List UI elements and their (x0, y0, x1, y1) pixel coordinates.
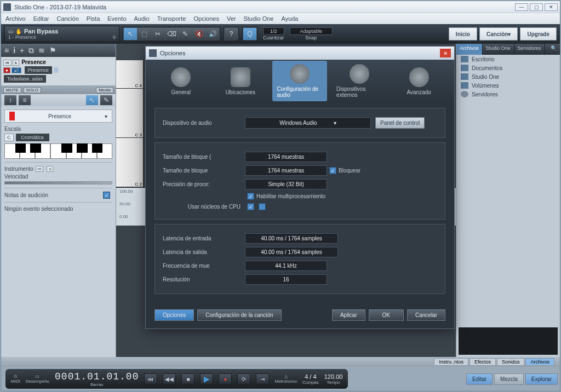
time-display[interactable]: 0001.01.01.00 (55, 371, 139, 382)
audition-checkbox[interactable]: ✓ (103, 192, 110, 199)
tab-studio-one[interactable]: Studio One (483, 44, 514, 55)
explorar-tab[interactable]: Explorar (525, 373, 558, 385)
close-button[interactable]: ✕ (545, 3, 558, 11)
opciones-button[interactable]: Opciones (154, 309, 194, 321)
menu-editar[interactable]: Editar (33, 15, 49, 22)
auto-icon[interactable]: ≋ (38, 46, 45, 55)
cancion-button[interactable]: Canción ▾ (479, 27, 518, 41)
bb-instrumentos[interactable]: Instru..ntos (434, 358, 468, 366)
stop-button[interactable]: ■ (181, 373, 194, 384)
editar-tab[interactable]: Editar (466, 373, 493, 385)
audio-device-dropdown[interactable]: Windows Audio▾ (245, 117, 371, 129)
menu-transporte[interactable]: Transporte (157, 15, 186, 22)
listen-tool[interactable]: 🔊 (206, 28, 219, 40)
mute-btn[interactable]: m (3, 60, 12, 66)
monitor-btn[interactable]: 🔊 (12, 67, 21, 73)
ed-paint[interactable]: ✎ (100, 95, 112, 105)
flag-icon[interactable]: ⚑ (49, 46, 56, 55)
range-tool[interactable]: ⬚ (138, 28, 151, 40)
core1-checkbox[interactable]: ✓ (247, 203, 254, 210)
global-mute[interactable]: MUTE (3, 87, 21, 93)
forward-button[interactable]: ⇥ (256, 373, 269, 384)
i-icon[interactable]: i (13, 46, 15, 55)
browser-escritorio[interactable]: Escritorio (456, 55, 560, 64)
maximize-button[interactable]: ▢ (530, 3, 543, 11)
ed-sort-icon[interactable]: ↕ (4, 95, 16, 105)
eraser-tool[interactable]: ⌫ (165, 28, 178, 40)
block-size-1[interactable]: 1764 muestras (245, 152, 327, 162)
menu-studio-one[interactable]: Studio One (243, 15, 273, 22)
ok-button[interactable]: OK (369, 309, 404, 321)
browser-documentos[interactable]: Documentos (456, 64, 560, 72)
precision-value[interactable]: Simple (32 Bit) (245, 179, 327, 189)
velocity-slider[interactable] (4, 181, 112, 185)
arrow-tool[interactable]: ↖ (124, 28, 137, 40)
mute-tool[interactable]: 🔇 (192, 28, 205, 40)
global-solo[interactable]: SOLO (24, 87, 41, 93)
media-label[interactable]: Media (96, 87, 113, 93)
play-button[interactable]: ▶ (200, 373, 213, 384)
record-arm[interactable]: ● (3, 67, 10, 73)
tab-audio[interactable]: Configuración de audio (272, 61, 327, 101)
tab-avanzado[interactable]: Avanzado (392, 64, 446, 99)
menu-audio[interactable]: Audio (134, 15, 150, 22)
menu-evento[interactable]: Evento (107, 15, 126, 22)
tab-servidores[interactable]: Servidores (514, 44, 545, 55)
help-button[interactable]: ? (225, 28, 238, 40)
split-tool[interactable]: ✂ (151, 28, 164, 40)
minimize-button[interactable]: — (515, 3, 528, 11)
browser-studio-one[interactable]: Studio One (456, 72, 560, 81)
aplicar-button[interactable]: Aplicar (332, 309, 365, 321)
dialog-titlebar[interactable]: Opciones ✕ (146, 47, 454, 60)
mezcla-tab[interactable]: Mezcla (494, 373, 524, 385)
compas[interactable]: 4 / 4Compás (302, 373, 319, 385)
instrument-selector[interactable]: Presence ▾ (4, 109, 112, 123)
scale-type[interactable]: Cromática (16, 134, 49, 141)
quantize-toggle[interactable]: Q (243, 28, 256, 40)
control-panel-button[interactable]: Panel de control (375, 117, 425, 129)
menu-ver[interactable]: Ver (227, 15, 236, 22)
block-size-2[interactable]: 1764 muestras (245, 165, 327, 176)
solo-btn[interactable]: s (13, 60, 19, 66)
loop-button[interactable]: ⟳ (237, 373, 250, 384)
tempo[interactable]: 120.00Tempo (324, 373, 343, 385)
back-button[interactable]: ◀◀ (163, 373, 176, 384)
track-header[interactable]: ▭✋ Pan Bypass 1 - Presence 0 (4, 26, 119, 42)
tab-general[interactable]: General (153, 64, 208, 99)
inicio-button[interactable]: Inicio (449, 27, 477, 41)
paint-tool[interactable]: ✎ (179, 28, 192, 40)
add-icon[interactable]: + (20, 46, 24, 55)
bb-efectos[interactable]: Efectos (470, 358, 496, 366)
multiproc-checkbox[interactable]: ✓ (247, 193, 254, 200)
dup-icon[interactable]: ⧉ (28, 46, 34, 55)
browser-volumenes[interactable]: Volúmenes (456, 81, 560, 90)
song-config-button[interactable]: Configuración de la canción (197, 309, 281, 321)
tab-dispositivos[interactable]: Dispositivos externos (332, 61, 387, 101)
menu-archivo[interactable]: Archivo (5, 15, 26, 22)
menu-pista[interactable]: Pista (87, 15, 100, 22)
inst-s[interactable]: s (47, 166, 53, 172)
piano-widget[interactable] (4, 143, 112, 159)
tab-ubicaciones[interactable]: Ubicaciones (213, 64, 268, 99)
cancelar-button[interactable]: Cancelar (407, 309, 445, 321)
metronome[interactable]: △Metrónomo (274, 374, 296, 384)
dialog-close-button[interactable]: ✕ (440, 49, 451, 57)
upgrade-button[interactable]: Upgrade (520, 27, 557, 41)
browser-servidores[interactable]: Servidores (456, 90, 560, 99)
tab-archivos[interactable]: Archivos (456, 44, 483, 55)
ed-arrow[interactable]: ↖ (86, 95, 98, 105)
bb-archivos[interactable]: Archivos (525, 358, 554, 366)
bb-sonidos[interactable]: Sonidos (497, 358, 525, 366)
ed-list-icon[interactable]: ≡ (19, 95, 31, 105)
search-icon[interactable]: 🔍 (547, 44, 560, 55)
quantize-display[interactable]: 1/2 Cuantizar (263, 27, 284, 41)
record-button[interactable]: ● (219, 373, 232, 384)
lock-checkbox[interactable]: ✓ (329, 167, 336, 174)
inst-m[interactable]: m (36, 166, 44, 172)
menu-ayuda[interactable]: Ayuda (282, 15, 299, 22)
menu-cancion[interactable]: Canción (56, 15, 78, 22)
rewind-button[interactable]: ⏮ (144, 373, 157, 384)
core2-checkbox[interactable] (259, 203, 266, 210)
menu-opciones[interactable]: Opciones (193, 15, 219, 22)
root-note[interactable]: C (4, 134, 14, 141)
